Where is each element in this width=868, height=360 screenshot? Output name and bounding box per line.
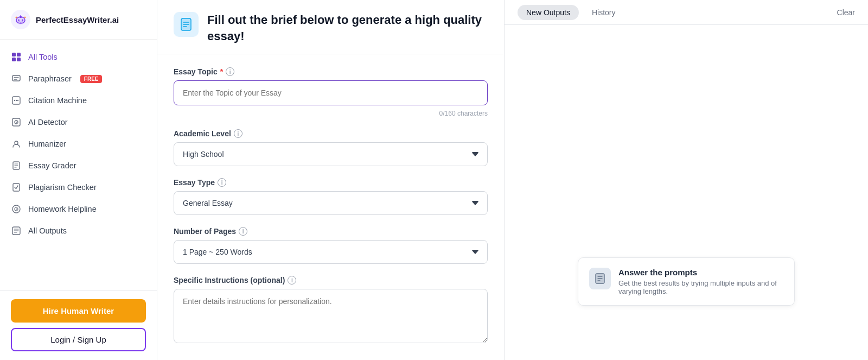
- num-pages-select[interactable]: 1 Page ~ 250 Words 2 Pages ~ 500 Words 3…: [174, 240, 488, 264]
- hire-human-writer-button[interactable]: Hire Human Writer: [11, 299, 146, 323]
- user-icon: [11, 138, 22, 149]
- sidebar-label-ai-detector: AI Detector: [28, 118, 68, 127]
- nav-list: All Tools Paraphraser Free: [0, 40, 157, 290]
- svg-rect-28: [13, 184, 20, 191]
- svg-point-7: [16, 17, 17, 18]
- logo-icon: [11, 10, 30, 29]
- sidebar-item-all-tools[interactable]: All Tools: [0, 46, 157, 68]
- logo-text: PerfectEssayWriter.ai: [36, 15, 119, 24]
- sidebar-item-all-outputs[interactable]: All Outputs: [0, 220, 157, 242]
- form-body: Essay Topic* i 0/160 characters Academic…: [157, 54, 504, 356]
- output-content: Answer the prompts Get the best results …: [505, 25, 868, 360]
- document-icon: [179, 17, 193, 31]
- doc-icon-wrap: [174, 12, 199, 37]
- card-text: Answer the prompts Get the best results …: [618, 268, 783, 295]
- sidebar-item-paraphraser[interactable]: Paraphraser Free: [0, 68, 157, 90]
- form-header: Fill out the brief below to generate a h…: [157, 0, 504, 54]
- sidebar-label-humanizer: Humanizer: [28, 140, 66, 148]
- sidebar-label-citation-machine: Citation Machine: [28, 96, 87, 105]
- check-icon: [11, 182, 22, 193]
- svg-point-4: [22, 20, 23, 21]
- svg-rect-9: [12, 53, 16, 56]
- svg-rect-12: [17, 58, 21, 61]
- main-content: Fill out the brief below to generate a h…: [157, 0, 868, 360]
- quote-icon: [11, 95, 22, 106]
- form-area: Fill out the brief below to generate a h…: [157, 0, 505, 360]
- login-signup-button[interactable]: Login / Sign Up: [11, 328, 146, 351]
- form-header-text: Fill out the brief below to generate a h…: [207, 12, 488, 44]
- essay-type-label: Essay Type i: [174, 178, 488, 187]
- sidebar: PerfectEssayWriter.ai All Tools: [0, 0, 157, 360]
- svg-point-19: [17, 100, 18, 101]
- tab-new-outputs[interactable]: New Outputs: [518, 5, 579, 20]
- academic-level-group: Academic Level i High School College Uni…: [174, 129, 488, 166]
- academic-level-info-icon[interactable]: i: [234, 129, 242, 138]
- answer-prompt-card: Answer the prompts Get the best results …: [578, 257, 795, 306]
- card-subtitle: Get the best results by trying multiple …: [618, 279, 783, 295]
- sidebar-label-paraphraser: Paraphraser: [28, 74, 72, 83]
- card-document-icon: [594, 273, 606, 285]
- card-doc-icon: [589, 268, 611, 289]
- svg-point-31: [16, 209, 17, 210]
- sidebar-label-all-outputs: All Outputs: [28, 226, 67, 235]
- academic-level-select[interactable]: High School College University Masters P…: [174, 142, 488, 166]
- svg-point-17: [14, 100, 15, 101]
- svg-point-8: [24, 17, 26, 18]
- essay-topic-group: Essay Topic* i 0/160 characters: [174, 67, 488, 117]
- svg-rect-11: [12, 58, 16, 61]
- scan-icon: [11, 117, 22, 128]
- svg-rect-13: [12, 75, 20, 81]
- sidebar-bottom: Hire Human Writer Login / Sign Up: [0, 290, 157, 360]
- char-count: 0/160 characters: [174, 110, 488, 117]
- essay-topic-info-icon[interactable]: i: [226, 67, 234, 76]
- refresh-icon: [11, 73, 22, 84]
- clear-button[interactable]: Clear: [837, 8, 855, 17]
- output-tabs: New Outputs History Clear: [505, 0, 868, 25]
- essay-type-info-icon[interactable]: i: [218, 178, 226, 187]
- instructions-info-icon[interactable]: i: [288, 276, 296, 285]
- sidebar-item-essay-grader[interactable]: Essay Grader: [0, 155, 157, 176]
- academic-level-label: Academic Level i: [174, 129, 488, 138]
- sidebar-item-humanizer[interactable]: Humanizer: [0, 133, 157, 155]
- num-pages-group: Number of Pages i 1 Page ~ 250 Words 2 P…: [174, 227, 488, 264]
- essay-topic-input[interactable]: [174, 80, 488, 105]
- essay-type-group: Essay Type i General Essay Argumentative…: [174, 178, 488, 215]
- essay-topic-label: Essay Topic* i: [174, 67, 488, 76]
- num-pages-label: Number of Pages i: [174, 227, 488, 236]
- sidebar-label-plagiarism-checker: Plagiarism Checker: [28, 183, 97, 192]
- essay-type-select[interactable]: General Essay Argumentative Descriptive …: [174, 191, 488, 215]
- instructions-label: Specific Instructions (optional) i: [174, 276, 488, 285]
- sidebar-item-plagiarism-checker[interactable]: Plagiarism Checker: [0, 176, 157, 198]
- sidebar-item-ai-detector[interactable]: AI Detector: [0, 111, 157, 133]
- num-pages-info-icon[interactable]: i: [239, 227, 247, 236]
- svg-point-18: [16, 100, 17, 101]
- output-area: New Outputs History Clear: [505, 0, 868, 360]
- outputs-icon: [11, 225, 22, 236]
- sidebar-label-homework-helpline: Homework Helpline: [28, 205, 97, 213]
- grid-icon: [11, 52, 22, 62]
- sidebar-label-all-tools: All Tools: [28, 53, 58, 61]
- svg-point-22: [16, 122, 17, 123]
- free-badge: Free: [80, 75, 103, 83]
- card-title: Answer the prompts: [618, 268, 783, 277]
- grade-icon: [11, 160, 22, 171]
- sidebar-item-homework-helpline[interactable]: Homework Helpline: [0, 198, 157, 220]
- logo-area: PerfectEssayWriter.ai: [0, 0, 157, 40]
- instructions-group: Specific Instructions (optional) i: [174, 276, 488, 343]
- instructions-textarea[interactable]: [174, 289, 488, 343]
- svg-point-6: [20, 15, 21, 16]
- svg-point-3: [18, 20, 20, 21]
- tab-history[interactable]: History: [583, 5, 624, 20]
- sidebar-label-essay-grader: Essay Grader: [28, 161, 76, 170]
- svg-rect-10: [17, 53, 21, 56]
- svg-point-23: [15, 141, 18, 144]
- help-icon: [11, 204, 22, 214]
- sidebar-item-citation-machine[interactable]: Citation Machine: [0, 90, 157, 111]
